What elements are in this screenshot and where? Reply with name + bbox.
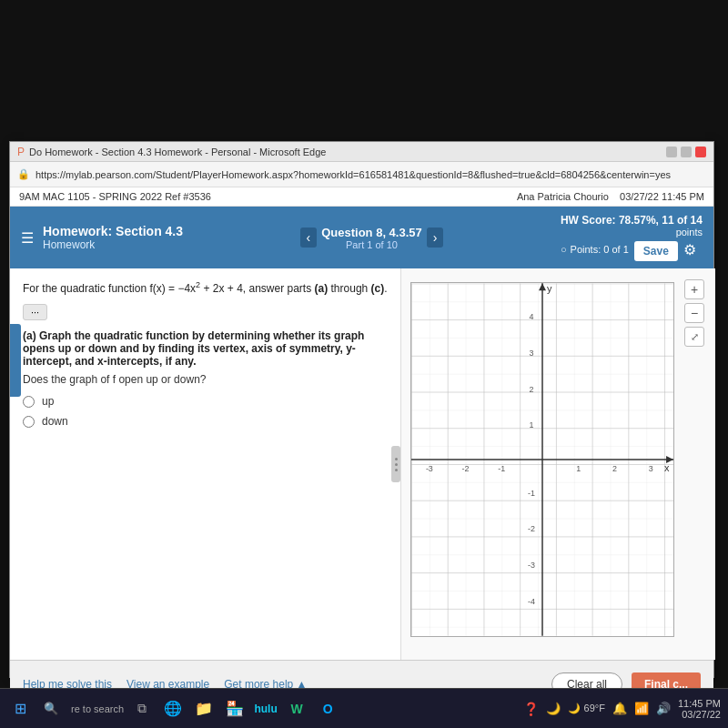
hamburger-icon[interactable]: ☰ [21,229,34,247]
temp-label: 🌙 69°F [568,703,604,714]
header-left: ☰ Homework: Section 4.3 Homework [21,224,183,251]
radio-up-label[interactable]: up [42,395,54,408]
notifications-icon[interactable]: 🔔 [612,702,627,715]
course-label: 9AM MAC 1105 - SPRING 2022 Ref #3536 [19,191,211,202]
subprompt: Does the graph of f open up or down? [23,373,388,386]
radio-option-down[interactable]: down [23,415,388,428]
date-label: 03/27/22 11:45 PM [620,191,704,202]
zoom-controls: + − ⤢ [684,279,704,347]
svg-text:2: 2 [612,464,617,473]
question-icon[interactable]: ❓ [523,702,539,716]
page-meta-bar: 9AM MAC 1105 - SPRING 2022 Ref #3536 Ana… [10,187,713,207]
taskbar-right: ❓ 🌙 🌙 69°F 🔔 📶 🔊 11:45 PM 03/27/22 [523,698,721,720]
svg-text:1: 1 [576,464,581,473]
file-explorer-icon[interactable]: 📁 [191,696,217,722]
word-label: W [290,702,302,716]
search-text: re to search [71,703,124,714]
drag-dot [395,463,398,466]
close-btn[interactable] [695,147,706,157]
gear-icon[interactable]: ⚙ [683,241,696,258]
zoom-in-btn[interactable]: + [684,279,704,299]
taskbar-clock: 11:45 PM 03/27/22 [678,698,721,720]
graph-container: x y -1 -2 -3 1 2 3 1 2 3 4 - [410,282,674,637]
outlook-label: O [323,702,333,716]
hw-subtitle: Homework [43,238,183,251]
hulu-icon[interactable]: hulu [253,696,278,722]
browser-title: Do Homework - Section 4.3 Homework - Per… [29,147,666,157]
lock-icon: 🔒 [17,168,30,180]
svg-text:1: 1 [530,420,534,430]
svg-text:-3: -3 [528,561,535,570]
task-view-btn[interactable]: ⧉ [129,696,155,722]
browser-favicon: P [17,146,25,158]
volume-icon[interactable]: 🔊 [656,702,671,715]
svg-text:3: 3 [530,349,534,358]
word-icon[interactable]: W [284,696,309,722]
windows-store-icon: 🏪 [226,700,244,717]
svg-text:y: y [547,283,552,294]
question-part: Part 1 of 10 [321,239,422,250]
ellipsis-button[interactable]: ··· [23,304,47,320]
address-text[interactable]: https://mylab.pearson.com/Student/Player… [35,169,671,180]
question-label: Question 8, 4.3.57 [321,226,422,239]
zoom-out-btn[interactable]: − [684,303,704,323]
drag-dot [395,458,398,460]
browser-titlebar: P Do Homework - Section 4.3 Homework - P… [10,142,713,162]
svg-text:-4: -4 [528,597,535,606]
windows-icon: ⊞ [15,700,26,717]
start-btn[interactable]: ⊞ [7,696,33,722]
svg-text:-3: -3 [426,464,433,473]
header-center: ‹ Question 8, 4.3.57 Part 1 of 10 › [300,226,444,250]
radio-down-label[interactable]: down [42,415,68,428]
hw-score: HW Score: 78.57%, 11 of 14 [561,214,703,227]
left-panel: For the quadratic function f(x) = −4x2 +… [10,268,401,660]
edge-browser-icon: 🌐 [164,700,182,717]
user-name: Ana Patricia Chourio [517,191,609,202]
prev-question-btn[interactable]: ‹ [300,228,318,248]
search-btn[interactable]: 🔍 [38,696,64,722]
header-right: HW Score: 78.57%, 11 of 14 points ○ Poin… [561,214,703,261]
expand-btn[interactable]: ⤢ [684,327,704,347]
taskbar: ⊞ 🔍 re to search ⧉ 🌐 📁 🏪 hulu W O ❓ 🌙 [0,688,728,728]
right-panel: + − ⤢ [401,268,715,660]
nav-arrows: ‹ Question 8, 4.3.57 Part 1 of 10 › [300,226,444,250]
part-a-instruction: Graph the quadratic function by determin… [23,329,364,368]
moon-icon: 🌙 [546,702,561,715]
homework-title-block: Homework: Section 4.3 Homework [43,224,183,251]
question-prompt: For the quadratic function f(x) = −4x2 +… [23,279,388,297]
svg-text:4: 4 [530,312,534,321]
points-value: Points: 0 of 1 [571,244,629,255]
clock-date: 03/27/22 [678,709,721,720]
radio-down-input[interactable] [23,416,35,428]
part-a-label: (a) Graph the quadratic function by dete… [23,329,388,368]
folder-icon: 📁 [195,700,213,717]
task-view-icon: ⧉ [137,701,147,716]
radio-option-up[interactable]: up [23,395,388,408]
svg-text:-1: -1 [498,464,505,473]
radio-up-input[interactable] [23,396,35,408]
maximize-btn[interactable] [681,147,692,157]
svg-text:-2: -2 [462,464,470,473]
window-controls[interactable] [666,147,706,157]
user-info: Ana Patricia Chourio 03/27/22 11:45 PM [517,191,704,202]
main-content: For the quadratic function f(x) = −4x2 +… [10,268,713,660]
next-question-btn[interactable]: › [427,228,444,248]
hulu-label: hulu [254,703,277,715]
edge-icon[interactable]: 🌐 [160,696,186,722]
svg-text:3: 3 [649,464,653,473]
hw-title: Homework: Section 4.3 [43,224,183,238]
drag-dot [395,469,398,471]
save-btn[interactable]: Save [634,241,678,261]
resize-handle[interactable] [391,446,400,482]
svg-text:-1: -1 [528,489,535,498]
points-label: points [561,227,703,238]
outlook-icon[interactable]: O [315,696,340,722]
svg-text:-2: -2 [528,524,535,533]
store-icon[interactable]: 🏪 [222,696,248,722]
search-icon: 🔍 [44,702,58,715]
minimize-btn[interactable] [666,147,677,157]
network-icon[interactable]: 📶 [634,702,649,715]
desktop: P Do Homework - Section 4.3 Homework - P… [0,0,728,728]
graph-svg: x y -1 -2 -3 1 2 3 1 2 3 4 - [411,283,673,636]
svg-text:2: 2 [530,385,534,394]
